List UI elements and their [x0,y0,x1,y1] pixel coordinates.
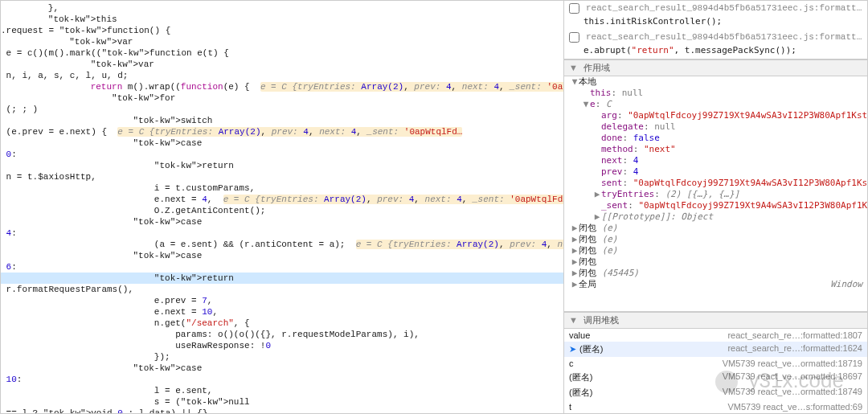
scope-prop-tryEntries[interactable]: ▶tryEntries: (2) [{…}, {…}] [564,189,867,200]
scope-closure[interactable]: ▶闭包 (45445) [564,268,867,279]
callstack-row[interactable]: (匿名) VM5739 react_ve…ormatted:18697 [564,370,867,385]
scope-prop-prototype[interactable]: ▶[[Prototype]]: Object [564,211,867,223]
scope-prop-method[interactable]: method: "next" [564,144,867,155]
scope-prop-delegate[interactable]: delegate: null [564,121,867,133]
scope-closure[interactable]: ▶闭包 (e) [564,245,867,256]
callstack-row[interactable]: (匿名) VM5739 react_ve…ormatted:18749 [564,385,867,400]
callstack-location: VM5739 react_ve…ormatted:18749 [723,387,862,399]
scope-local[interactable]: ▼本地 [564,76,867,88]
chevron-down-icon: ▼ [569,315,578,325]
scope-prop-_sent[interactable]: _sent: "0apWtqlFdcoyj99Z719Xt9A4wSA3vI12… [564,200,867,211]
scope-closure[interactable]: ▶闭包 [564,256,867,268]
current-frame-icon: ➤ [569,344,576,354]
scope-prop-arg[interactable]: arg: "0apWtqlFdcoyj99Z719Xt9A4wSA3vI12P3… [564,110,867,121]
devtools-window: }, "tok-kw">this.request = "tok-kw">func… [0,0,868,414]
callstack-location: VM5739 react_ve…s:formatted:69 [727,402,862,412]
callstack-row[interactable]: c VM5739 react_ve…ormatted:18719 [564,357,867,370]
scope-header[interactable]: ▼ 作用域 [564,59,867,76]
scope-closure[interactable]: ▶闭包 (e) [564,223,867,234]
scope-prop-prev[interactable]: prev: 4 [564,166,867,178]
scope-prop-sent[interactable]: sent: "0apWtqlFdcoyj99Z719Xt9A4wSA3vI12P… [564,178,867,189]
callstack-location: react_search_re…:formatted:1807 [727,330,862,340]
scope-tree[interactable]: ▼本地this: null▼e: Carg: "0apWtqlFdcoyj99Z… [564,76,867,311]
breakpoint-row[interactable]: react_search_result_9894d4b5fb6a51731eec… [564,1,867,14]
breakpoint-source: e.abrupt("return", t.messagePackSync()); [569,45,796,55]
callstack-location: VM5739 react_ve…ormatted:18719 [723,359,862,368]
breakpoints-section: react_search_result_9894d4b5fb6a51731eec… [564,1,867,59]
source-code[interactable]: }, "tok-kw">this.request = "tok-kw">func… [1,1,563,413]
callstack-location: VM5739 react_ve…ormatted:18697 [723,371,862,383]
current-execution-line[interactable]: "tok-kw">return [1,273,563,284]
breakpoint-source: this.initRiskController(); [569,16,722,27]
breakpoint-checkbox[interactable] [569,3,579,14]
breakpoint-row[interactable]: react_search_result_9894d4b5fb6a51731eec… [564,30,867,43]
scope-prop-done[interactable]: done: false [564,133,867,144]
callstack-row[interactable]: t VM5739 react_ve…s:formatted:69 [564,400,867,413]
callstack-row[interactable]: ➤(匿名) react_search_re…:formatted:1624 [564,342,867,357]
debugger-sidebar: react_search_result_9894d4b5fb6a51731eec… [563,1,867,413]
scope-header-label: 作用域 [583,63,610,72]
scope-closure[interactable]: ▶闭包 (e) [564,234,867,245]
callstack-header-label: 调用堆栈 [583,315,619,325]
callstack-header[interactable]: ▼ 调用堆栈 [564,312,867,329]
callstack-location: react_search_re…:formatted:1624 [727,343,862,355]
source-pane[interactable]: }, "tok-kw">this.request = "tok-kw">func… [1,1,563,413]
breakpoint-checkbox[interactable] [569,32,579,43]
chevron-down-icon: ▼ [569,63,578,72]
callstack-row[interactable]: value react_search_re…:formatted:1807 [564,329,867,342]
scope-var-e[interactable]: ▼e: C [564,99,867,110]
callstack-section: ▼ 调用堆栈 value react_search_re…:formatted:… [564,311,867,413]
breakpoint-file: react_search_result_9894d4b5fb6a51731eec… [586,32,862,42]
scope-global[interactable]: ▶全局Window [564,279,867,290]
breakpoint-file: react_search_result_9894d4b5fb6a51731eec… [586,3,862,13]
scope-prop-next[interactable]: next: 4 [564,155,867,166]
scope-this[interactable]: this: null [564,88,867,99]
